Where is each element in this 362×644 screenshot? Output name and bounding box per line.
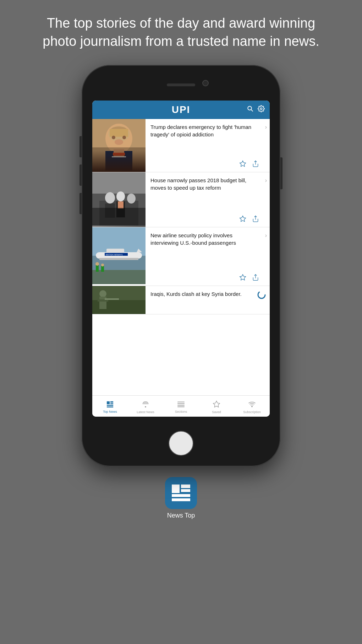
news-actions-2 — [150, 215, 259, 224]
search-icon[interactable] — [247, 105, 253, 114]
svg-rect-14 — [112, 156, 126, 157]
svg-rect-10 — [110, 129, 128, 137]
chevron-icon-1: › — [265, 124, 267, 130]
tab-subscription[interactable]: Subscription — [234, 396, 270, 417]
svg-point-23 — [116, 191, 125, 201]
loading-spinner — [257, 290, 266, 301]
tab-saved[interactable]: Saved — [199, 396, 234, 417]
svg-rect-36 — [99, 258, 138, 260]
news-thumbnail-4 — [92, 286, 146, 314]
news-content-1: Trump declares emergency to fight 'human… — [146, 119, 270, 172]
tab-sections-label: Sections — [175, 410, 187, 413]
news-thumbnail-1 — [92, 119, 146, 172]
news-list: Trump declares emergency to fight 'human… — [92, 119, 270, 395]
svg-rect-56 — [107, 405, 113, 406]
news-thumbnail-2 — [92, 172, 146, 227]
svg-rect-39 — [92, 270, 146, 284]
news-actions-3 — [150, 274, 259, 283]
svg-rect-28 — [92, 208, 146, 226]
share-icon-2[interactable] — [252, 215, 259, 224]
news-headline-4: Iraqis, Kurds clash at key Syria border. — [150, 290, 259, 311]
svg-point-12 — [122, 136, 126, 139]
svg-point-43 — [101, 264, 104, 266]
tab-top-news-icon — [106, 401, 114, 409]
tab-bar: Top News Latest News — [92, 395, 270, 417]
svg-rect-5 — [105, 151, 132, 171]
news-content-4: Iraqis, Kurds clash at key Syria border. — [146, 286, 270, 314]
tab-latest-news-label: Latest News — [137, 410, 154, 414]
phone-camera — [202, 80, 209, 86]
news-thumbnail-3: BRITISH AIRWAYS — [92, 227, 146, 286]
tab-top-news-label: Top News — [103, 410, 117, 413]
news-headline-1: Trump declares emergency to fight 'human… — [150, 123, 259, 157]
news-headline-3: New airline security policy involves int… — [150, 232, 259, 271]
svg-point-58 — [145, 406, 146, 408]
tagline-text: The top stories of the day and award win… — [28, 14, 334, 51]
home-button[interactable] — [169, 431, 193, 456]
share-icon-3[interactable] — [252, 274, 259, 283]
svg-line-1 — [251, 110, 253, 112]
svg-marker-29 — [240, 216, 246, 221]
svg-point-21 — [105, 192, 115, 204]
svg-marker-16 — [240, 161, 246, 166]
bookmark-icon-1[interactable] — [239, 160, 246, 169]
news-content-3: New airline security policy involves int… — [146, 227, 270, 286]
news-item-1[interactable]: Trump declares emergency to fight 'human… — [92, 119, 270, 172]
news-item-4[interactable]: Iraqis, Kurds clash at key Syria border. — [92, 286, 270, 314]
share-icon-1[interactable] — [252, 160, 259, 169]
svg-rect-42 — [101, 266, 104, 272]
svg-rect-51 — [105, 298, 119, 300]
bookmark-icon-3[interactable] — [239, 274, 246, 283]
svg-rect-67 — [181, 489, 190, 492]
chevron-icon-2: › — [265, 177, 267, 184]
svg-rect-55 — [110, 403, 113, 404]
header-icons — [247, 105, 265, 114]
phone-screen: UPI — [92, 101, 270, 417]
app-icon — [165, 477, 197, 509]
svg-point-13 — [115, 139, 123, 145]
svg-rect-35 — [106, 249, 124, 253]
news-content-2: House narrowly passes 2018 budget bill, … — [146, 172, 270, 227]
svg-point-64 — [251, 406, 253, 407]
tab-saved-icon — [213, 400, 220, 409]
app-icon-section: News Top — [0, 466, 362, 526]
svg-point-2 — [260, 108, 262, 110]
news-headline-2: House narrowly passes 2018 budget bill, … — [150, 177, 259, 212]
tab-saved-label: Saved — [212, 410, 221, 414]
tab-sections-icon — [177, 401, 185, 409]
svg-rect-68 — [172, 494, 190, 497]
svg-rect-65 — [172, 485, 180, 493]
phone-shell: UPI — [82, 65, 280, 466]
news-item-3[interactable]: BRITISH AIRWAYS New airline security pol… — [92, 227, 270, 286]
tab-subscription-icon — [248, 400, 256, 409]
tab-sections[interactable]: Sections — [163, 396, 199, 417]
news-actions-1 — [150, 160, 259, 169]
tab-top-news[interactable]: Top News — [92, 396, 128, 417]
svg-point-0 — [248, 106, 252, 110]
tab-latest-news-icon — [142, 400, 149, 409]
app-logo: UPI — [172, 104, 191, 115]
app-name: News Top — [167, 512, 195, 519]
svg-rect-66 — [181, 485, 190, 488]
tab-latest-news[interactable]: Latest News — [128, 396, 163, 417]
svg-rect-57 — [107, 406, 113, 407]
app-icon-container: News Top — [165, 477, 197, 519]
svg-rect-25 — [118, 201, 124, 209]
svg-rect-54 — [110, 401, 113, 403]
phone-mockup: UPI — [82, 65, 280, 466]
svg-point-26 — [127, 194, 136, 204]
svg-point-41 — [95, 262, 99, 266]
svg-point-48 — [99, 290, 106, 297]
svg-point-52 — [258, 291, 265, 298]
svg-rect-53 — [107, 401, 110, 404]
svg-text:BRITISH AIRWAYS: BRITISH AIRWAYS — [106, 254, 123, 256]
svg-rect-15 — [92, 147, 146, 171]
svg-rect-7 — [113, 153, 125, 156]
news-item-2[interactable]: House narrowly passes 2018 budget bill, … — [92, 172, 270, 227]
bookmark-icon-2[interactable] — [239, 215, 246, 224]
tab-subscription-label: Subscription — [243, 410, 261, 414]
svg-rect-69 — [172, 498, 190, 501]
chevron-icon-3: › — [265, 232, 267, 239]
settings-icon[interactable] — [258, 105, 265, 114]
svg-point-11 — [112, 136, 115, 139]
